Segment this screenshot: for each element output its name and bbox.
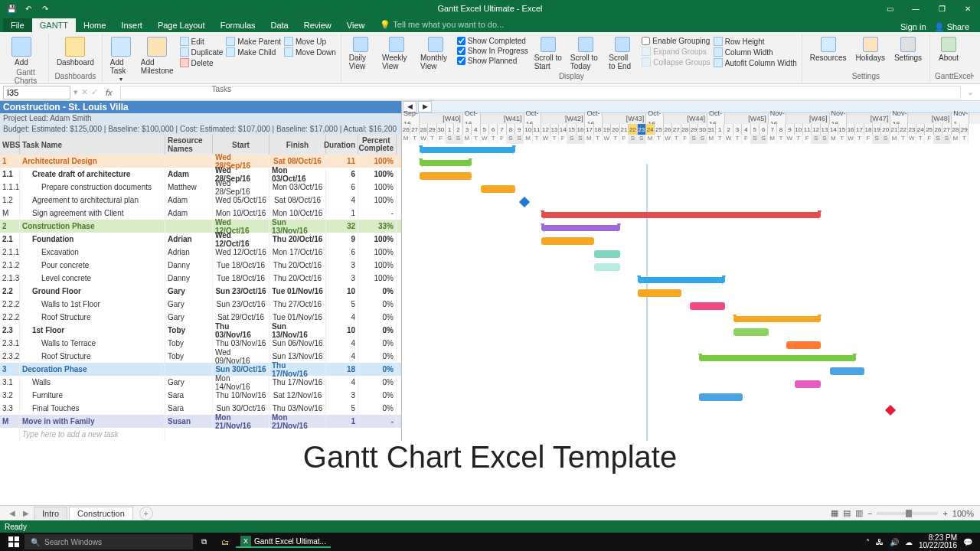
gantt-summary-bar[interactable] (420, 160, 472, 166)
scroll-start-button[interactable]: Scroll to Start (531, 35, 566, 72)
gantt-summary-bar[interactable] (420, 147, 515, 153)
table-row[interactable]: 2.31st FloorTobyThu 03/Nov/16Sun 13/Nov/… (0, 324, 401, 337)
gantt-task-bar[interactable] (638, 289, 681, 297)
autofit-col-button[interactable]: Autofit Column Width (714, 58, 797, 67)
gantt-summary-bar[interactable] (638, 277, 725, 283)
table-row[interactable]: 1.2Agreement to architectural planAdamWe… (0, 194, 401, 207)
gantt-task-bar[interactable] (690, 302, 725, 310)
save-icon[interactable]: 💾 (6, 3, 17, 14)
table-row[interactable]: 2.2.2Roof StructureGarySat 29/Oct/16Tue … (0, 311, 401, 324)
file-explorer-icon[interactable]: 🗂 (214, 533, 236, 551)
delete-task-button[interactable]: Delete (180, 58, 224, 67)
tab-home[interactable]: Home (76, 18, 113, 32)
make-parent-button[interactable]: Make Parent (226, 37, 281, 46)
gantt-milestone[interactable] (519, 197, 530, 207)
cancel-formula-icon[interactable]: ✕ (81, 87, 88, 97)
close-icon[interactable]: ✕ (956, 0, 980, 17)
tab-review[interactable]: Review (296, 18, 339, 32)
col-res[interactable]: Resource Names (165, 135, 213, 155)
expand-groups-button[interactable]: Expand Groups (642, 47, 710, 56)
table-row[interactable]: 2.1.1ExcavationAdrianWed 12/Oct/16Mon 17… (0, 246, 401, 259)
add-milestone-button[interactable]: Add Milestone (138, 35, 177, 77)
table-row[interactable]: 3.1WallsGaryMon 14/Nov/16Thu 17/Nov/1640… (0, 376, 401, 389)
tab-insert[interactable]: Insert (113, 18, 150, 32)
tray-onedrive-icon[interactable]: ☁ (905, 538, 913, 546)
table-row[interactable]: 2Construction PhaseWed 12/Oct/16Sun 13/N… (0, 220, 401, 233)
table-row[interactable]: 2.2.2Walls to 1st FloorGarySun 23/Oct/16… (0, 298, 401, 311)
table-row[interactable]: 3.2FurnitureSaraThu 10/Nov/16Sat 12/Nov/… (0, 389, 401, 402)
resources-button[interactable]: Resources (807, 35, 850, 64)
tray-network-icon[interactable]: 🖧 (876, 538, 884, 546)
add-gantt-button[interactable]: Add (8, 35, 35, 68)
scroll-today-button[interactable]: Scroll to Today (567, 35, 604, 72)
tab-formulas[interactable]: Formulas (213, 18, 263, 32)
new-task-row[interactable]: Type here to add a new task (0, 428, 401, 441)
gantt-task-bar[interactable] (481, 185, 516, 193)
gantt-task-bar[interactable] (733, 328, 769, 336)
sheet-tab-construction[interactable]: Construction (69, 507, 133, 520)
tray-chevron-icon[interactable]: ˄ (866, 538, 870, 546)
dashboard-button[interactable]: Dashboard (54, 35, 97, 68)
table-row[interactable]: 1.1Create draft of architectureAdamWed 2… (0, 168, 401, 181)
sheet-nav-next[interactable]: ▶ (20, 509, 32, 517)
table-row[interactable]: 2.1.3Level concreteDannyTue 18/Oct/16Thu… (0, 272, 401, 285)
gantt-task-bar[interactable] (795, 380, 821, 388)
sheet-tab-intro[interactable]: Intro (34, 507, 67, 520)
redo-icon[interactable]: ↷ (40, 3, 51, 14)
add-task-button[interactable]: Add Task▾ (107, 35, 135, 85)
make-child-button[interactable]: Make Child (226, 47, 281, 57)
gantt-task-bar[interactable] (699, 393, 743, 401)
signin-link[interactable]: Sign in (900, 22, 926, 32)
table-row[interactable]: 3Decoration PhaseSun 30/Oct/16Thu 17/Nov… (0, 363, 401, 376)
gantt-summary-bar[interactable] (699, 355, 856, 361)
tab-data[interactable]: Data (263, 18, 296, 32)
show-completed-check[interactable]: Show Completed (457, 37, 528, 45)
table-row[interactable]: 2.3.2Roof StructureTobyWed 09/Nov/16Sun … (0, 350, 401, 363)
scroll-end-button[interactable]: Scroll to End (606, 35, 639, 72)
collapse-ribbon-icon[interactable]: ⌃ (969, 73, 975, 82)
tab-page-layout[interactable]: Page Layout (150, 18, 213, 32)
minimize-icon[interactable]: — (903, 0, 928, 17)
table-row[interactable]: 2.1.2Pour concreteDannyTue 18/Oct/16Thu … (0, 259, 401, 272)
gantt-summary-bar[interactable] (541, 225, 620, 231)
gantt-task-bar[interactable] (594, 250, 620, 258)
start-button[interactable] (3, 533, 24, 551)
add-sheet-button[interactable]: + (139, 507, 153, 520)
zoom-in-icon[interactable]: + (942, 509, 947, 518)
table-row[interactable]: 2.2Ground FloorGarySun 23/Oct/16Tue 01/N… (0, 285, 401, 298)
settings-button[interactable]: Settings (891, 35, 925, 64)
show-inprogress-check[interactable]: Show In Progress (457, 47, 528, 55)
duplicate-task-button[interactable]: Duplicate (180, 47, 224, 57)
taskbar-clock[interactable]: 8:23 PM10/22/2016 (919, 534, 957, 549)
maximize-icon[interactable]: ❐ (929, 0, 954, 17)
share-button[interactable]: 👤 Share (934, 22, 969, 32)
zoom-level[interactable]: 100% (952, 509, 974, 518)
daily-view-button[interactable]: Daily View (346, 35, 376, 72)
table-row[interactable]: MSign agreement with ClientAdamMon 10/Oc… (0, 207, 401, 220)
row-height-button[interactable]: Row Height (714, 37, 797, 46)
tab-gantt[interactable]: GANTT (32, 18, 76, 32)
enter-formula-icon[interactable]: ✓ (91, 87, 98, 97)
gantt-milestone[interactable] (885, 405, 896, 416)
zoom-out-icon[interactable]: − (867, 509, 872, 518)
table-row[interactable]: 3.3Final TouchesSaraSun 30/Oct/16Thu 03/… (0, 402, 401, 415)
gantt-summary-bar[interactable] (541, 212, 821, 218)
task-view-icon[interactable]: ⧉ (193, 533, 214, 551)
view-page-break-icon[interactable]: ▥ (855, 508, 863, 518)
table-row[interactable]: 2.3.1Walls to TerraceTobyThu 03/Nov/16Su… (0, 337, 401, 350)
about-button[interactable]: About (935, 35, 962, 64)
enable-grouping-check[interactable]: Enable Grouping (642, 37, 710, 45)
weekly-view-button[interactable]: Weekly View (379, 35, 414, 72)
scroll-right-icon[interactable]: ▶ (418, 101, 432, 112)
holidays-button[interactable]: Holidays (853, 35, 888, 64)
table-row[interactable]: 1.1.1Prepare construction documentsMatth… (0, 181, 401, 194)
col-width-button[interactable]: Column Width (714, 47, 797, 57)
taskbar-search[interactable]: 🔍 Search Windows (24, 534, 193, 549)
table-row[interactable]: 1Architectural DesignWed 28/Sep/16Sat 08… (0, 155, 401, 168)
monthly-view-button[interactable]: Monthly View (417, 35, 454, 72)
collapse-groups-button[interactable]: Collapse Groups (642, 57, 710, 67)
col-task[interactable]: Task Name (20, 135, 165, 155)
sheet-nav-prev[interactable]: ◀ (6, 509, 18, 517)
col-wbs[interactable]: WBS (0, 135, 20, 155)
move-down-button[interactable]: Move Down (284, 47, 336, 57)
